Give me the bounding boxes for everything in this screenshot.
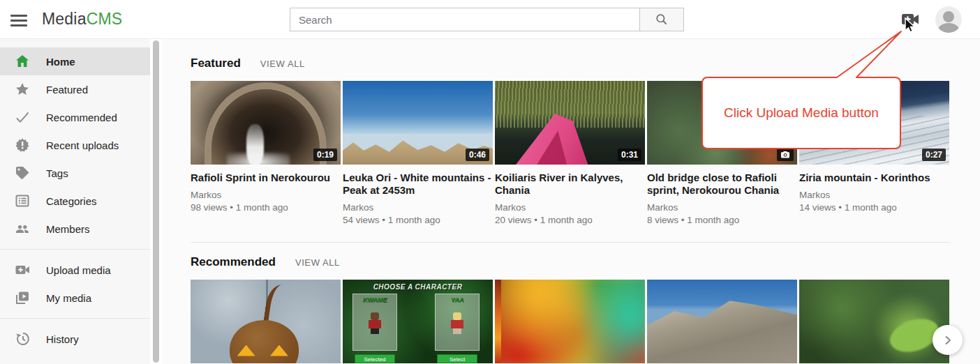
section-title: Recommended	[191, 255, 276, 269]
duration-badge: 0:19	[313, 149, 337, 161]
sidebar-label: History	[46, 333, 79, 345]
search-icon	[655, 13, 669, 26]
recommended-section-header: Recommended VIEW ALL	[191, 243, 949, 269]
media-thumbnail[interactable]: CHOOSE A CHARACTER KWAME YAA	[343, 280, 493, 363]
new-releases-icon	[14, 137, 31, 153]
media-title[interactable]: Rafioli Sprint in Nerokourou	[191, 172, 341, 184]
carousel-next-button[interactable]	[933, 325, 963, 355]
tag-icon	[14, 165, 31, 181]
search-bar	[290, 8, 684, 31]
media-card[interactable]	[191, 280, 341, 363]
sidebar-item-categories[interactable]: Categories	[0, 187, 150, 215]
thumbnail-text: YAA	[436, 296, 479, 303]
logo[interactable]: MediaCMS	[42, 10, 122, 29]
search-input[interactable]	[290, 8, 639, 31]
top-bar: MediaCMS	[0, 0, 980, 39]
media-thumbnail[interactable]: 0:19	[191, 81, 341, 165]
sidebar-item-members[interactable]: Members	[0, 215, 150, 243]
thumbnail-text: CHOOSE A CHARACTER	[343, 283, 493, 291]
media-card[interactable]	[647, 280, 797, 363]
mediacms-page: MediaCMS	[0, 0, 980, 364]
section-title: Featured	[191, 56, 241, 70]
media-meta: 14 views • 1 month ago	[799, 202, 949, 214]
recommended-view-all-link[interactable]: VIEW ALL	[295, 257, 340, 268]
thumbnail-text: Selected	[355, 354, 395, 363]
sidebar-label: Members	[46, 223, 90, 235]
recommended-media-row: CHOOSE A CHARACTER KWAME YAA	[191, 280, 949, 363]
thumbnail-text: KWAME	[353, 296, 396, 303]
sidebar-label: Tags	[46, 167, 68, 179]
media-card[interactable]: 0:31 Koiliaris River in Kalyves, Chania …	[495, 81, 645, 227]
sidebar-label: Categories	[46, 195, 97, 207]
featured-view-all-link[interactable]: VIEW ALL	[260, 59, 305, 69]
star-icon	[14, 81, 31, 98]
sidebar-item-recent-uploads[interactable]: Recent uploads	[0, 131, 150, 159]
media-thumbnail[interactable]	[495, 280, 645, 363]
media-thumbnail[interactable]	[647, 280, 797, 363]
sidebar-label: My media	[46, 292, 91, 304]
logo-text-media: Media	[42, 10, 87, 28]
sidebar-item-tags[interactable]: Tags	[0, 159, 150, 187]
media-meta: 8 views • 1 month ago	[647, 214, 797, 227]
sidebar-item-history[interactable]: History	[0, 325, 150, 353]
media-meta: 20 views • 1 month ago	[495, 214, 645, 227]
history-icon	[14, 331, 31, 347]
double-check-icon	[14, 109, 31, 126]
sidebar-divider	[0, 249, 150, 250]
search-button[interactable]	[639, 8, 684, 31]
media-author[interactable]: Markos	[191, 189, 341, 202]
featured-section-header: Featured VIEW ALL	[191, 39, 949, 70]
camera-icon	[780, 151, 790, 158]
thumbnail-text: Select	[437, 354, 477, 363]
media-card[interactable]: 0:19 Rafioli Sprint in Nerokourou Markos…	[191, 81, 341, 227]
sidebar-label: Recommended	[46, 112, 117, 123]
duration-badge: 0:31	[618, 149, 641, 161]
sidebar-label: Featured	[46, 84, 88, 96]
sidebar-item-home[interactable]: Home	[0, 47, 150, 75]
sidebar-item-recommended[interactable]: Recommended	[0, 103, 150, 131]
media-card[interactable]	[495, 280, 645, 363]
sidebar-item-my-media[interactable]: My media	[0, 284, 150, 312]
media-author[interactable]: Markos	[495, 202, 645, 214]
media-thumbnail[interactable]	[191, 280, 341, 363]
sidebar-item-upload-media[interactable]: Upload media	[0, 256, 150, 284]
media-title[interactable]: Koiliaris River in Kalyves, Chania	[495, 172, 645, 197]
logo-text-cms: CMS	[87, 10, 123, 28]
my-media-icon	[14, 289, 31, 306]
media-meta: 54 views • 1 month ago	[343, 214, 493, 227]
chevron-right-icon	[942, 335, 953, 346]
upload-media-icon	[14, 261, 31, 278]
sidebar-label: Upload media	[46, 264, 111, 276]
media-author[interactable]: Markos	[647, 202, 797, 214]
avatar-silhouette	[943, 11, 954, 22]
categories-icon	[14, 192, 31, 209]
duration-badge: 0:46	[466, 149, 489, 161]
hamburger-menu-icon[interactable]	[10, 12, 27, 27]
user-avatar[interactable]	[935, 6, 962, 33]
sidebar-item-featured[interactable]: Featured	[0, 75, 150, 103]
media-thumbnail[interactable]	[799, 280, 949, 363]
sidebar-label: Recent uploads	[46, 139, 119, 151]
sidebar-scrollbar	[150, 39, 162, 364]
media-author[interactable]: Markos	[343, 202, 493, 214]
sidebar: Home Featured Recommended Recent uploads	[0, 39, 150, 364]
media-title[interactable]: Ziria mountain - Korinthos	[799, 172, 949, 184]
sidebar-label: Home	[46, 56, 75, 68]
callout-label: Click Upload Media button	[702, 77, 900, 149]
photo-badge	[777, 149, 794, 161]
members-icon	[14, 220, 31, 237]
sidebar-scrollbar-thumb[interactable]	[153, 40, 159, 363]
home-icon	[14, 53, 31, 70]
media-author[interactable]: Markos	[799, 189, 949, 202]
media-thumbnail[interactable]: 0:31	[495, 81, 645, 165]
media-card[interactable]: CHOOSE A CHARACTER KWAME YAA	[343, 280, 493, 363]
media-meta: 98 views • 1 month ago	[191, 202, 341, 214]
media-title[interactable]: Old bridge close to Rafioli sprint, Nero…	[647, 172, 797, 197]
sidebar-divider	[0, 318, 150, 319]
mouse-cursor	[905, 17, 917, 34]
media-card[interactable]: 0:46 Leuka Ori - White mountains - Peak …	[343, 81, 493, 227]
duration-badge: 0:27	[922, 149, 946, 161]
media-card[interactable]	[799, 280, 949, 363]
media-title[interactable]: Leuka Ori - White mountains - Peak at 24…	[343, 172, 493, 197]
media-thumbnail[interactable]: 0:46	[343, 81, 493, 165]
